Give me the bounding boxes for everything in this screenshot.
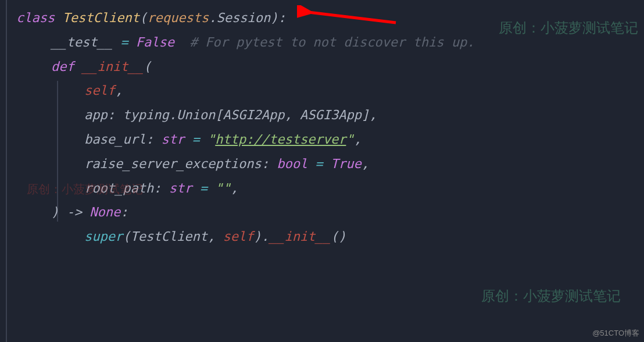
self-param: self (84, 79, 115, 103)
super-cls: TestClient (130, 225, 207, 249)
colon: : (278, 6, 285, 30)
type-bool: bool (277, 152, 307, 176)
keyword-class: class (16, 6, 55, 30)
code-line-5: self, (0, 79, 644, 103)
attr-name: __test__ (51, 30, 113, 55)
code-line-9: root_path: str = "", (0, 176, 644, 201)
code-line-7: base_url: str = "http://testserver", (0, 127, 644, 152)
url-string: http://testserver (215, 127, 346, 152)
param-app: app (84, 103, 108, 127)
union-type: Union (177, 103, 215, 127)
keyword-def: def (51, 55, 74, 79)
return-type: None (90, 200, 120, 225)
bool-false: False (136, 30, 174, 55)
attribution-text: @51CTO博客 (592, 326, 639, 341)
comma: , (115, 79, 123, 103)
code-line-2: __test__ = False # For pytest to not dis… (0, 30, 644, 55)
arrow-annotation-icon (297, 5, 402, 28)
base-class: Session (216, 6, 270, 30)
type-arg1: ASGI2App (223, 103, 284, 127)
empty-string: "" (215, 176, 231, 201)
code-line-10: ) -> None: (0, 200, 644, 225)
type-str: str (161, 127, 184, 152)
watermark-bottom-right: 原创：小菠萝测试笔记 (481, 283, 621, 309)
func-name: __init__ (82, 55, 144, 79)
code-line-8: raise_server_exceptions: bool = True, (0, 152, 644, 176)
code-line-11: super(TestClient, self).__init__() (0, 225, 644, 249)
self-arg: self (223, 225, 253, 249)
type-str-2: str (169, 176, 192, 201)
paren-close: ) (51, 200, 59, 225)
typing-module: typing (123, 103, 169, 127)
equals: = (113, 30, 136, 55)
base-module: requests (147, 6, 209, 30)
code-line-4: def __init__( (0, 55, 644, 79)
init-method: __init__ (269, 225, 331, 249)
type-arg2: ASGI3App (300, 103, 362, 127)
paren-open: ( (139, 6, 147, 30)
svg-line-1 (309, 12, 396, 23)
param-raise-exc: raise_server_exceptions (84, 152, 262, 176)
param-base-url: base_url (84, 127, 146, 152)
param-root-path: root_path (84, 176, 153, 201)
bool-true: True (331, 152, 362, 176)
comment: # For pytest to not discover this up. (174, 30, 475, 55)
super-call: super (84, 225, 123, 249)
paren-open: ( (144, 55, 151, 79)
dot: . (209, 6, 216, 30)
class-name: TestClient (62, 6, 139, 30)
paren-close: ) (270, 6, 278, 30)
code-line-6: app: typing.Union[ASGI2App, ASGI3App], (0, 103, 644, 127)
